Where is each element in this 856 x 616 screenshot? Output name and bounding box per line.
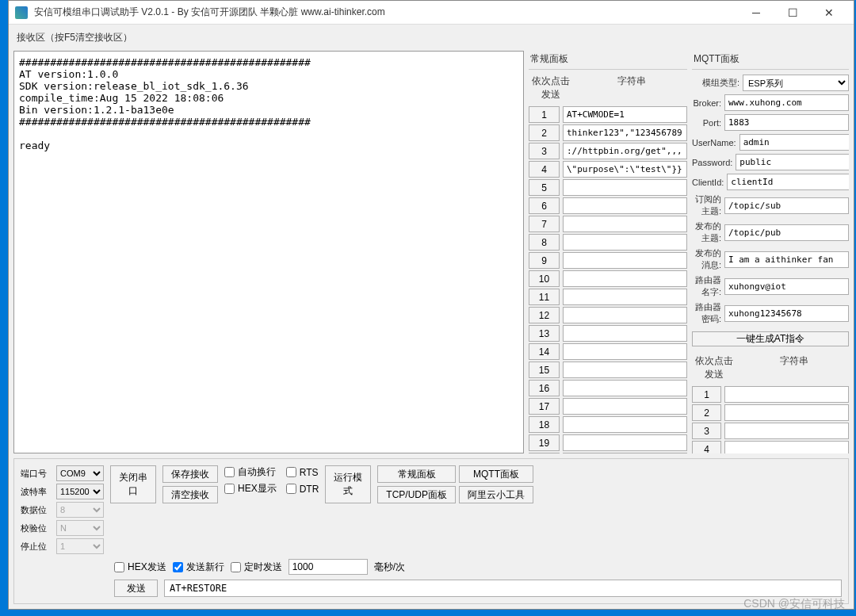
baud-select[interactable]: 115200: [56, 484, 104, 499]
regular-string-input-20[interactable]: [563, 453, 687, 453]
regular-send-button-19[interactable]: 19: [529, 434, 560, 451]
regular-string-input-1[interactable]: [563, 106, 687, 123]
port-select[interactable]: COM9: [56, 465, 104, 481]
regular-send-button-1[interactable]: 1: [529, 106, 560, 123]
tab-tcp[interactable]: TCP/UDP面板: [377, 486, 456, 503]
regular-string-input-11[interactable]: [563, 289, 687, 305]
router-pwd-input[interactable]: [724, 305, 849, 322]
clientid-input[interactable]: [727, 174, 849, 190]
recv-textarea[interactable]: ########################################…: [13, 51, 524, 453]
clear-recv-button[interactable]: 清空接收: [162, 486, 218, 503]
parity-select[interactable]: N: [56, 520, 104, 536]
regular-send-button-2[interactable]: 2: [529, 124, 560, 141]
hex-show-check[interactable]: HEX显示: [224, 482, 277, 495]
regular-string-input-5[interactable]: [563, 179, 687, 196]
auto-wrap-check[interactable]: 自动换行: [224, 465, 277, 479]
regular-string-input-6[interactable]: [563, 197, 687, 214]
save-recv-button[interactable]: 保存接收: [162, 465, 218, 483]
regular-string-input-19[interactable]: [563, 434, 687, 451]
regular-string-input-10[interactable]: [563, 270, 687, 287]
regular-send-button-16[interactable]: 16: [529, 380, 560, 396]
regular-string-input-12[interactable]: [563, 307, 687, 323]
module-type-select[interactable]: ESP系列: [743, 75, 849, 91]
regular-send-button-9[interactable]: 9: [529, 252, 560, 269]
regular-send-button-11[interactable]: 11: [529, 289, 560, 305]
list-item: 13: [529, 325, 687, 342]
regular-string-input-14[interactable]: [563, 343, 687, 360]
port-input[interactable]: [724, 114, 849, 131]
regular-string-input-18[interactable]: [563, 416, 687, 433]
interval-unit: 毫秒/次: [374, 561, 405, 574]
regular-panel: 常规面板 依次点击发送 字符串 123456789101112131415161…: [529, 51, 687, 453]
hex-send-check[interactable]: HEX发送: [114, 561, 166, 574]
regular-send-button-8[interactable]: 8: [529, 234, 560, 251]
regular-send-button-4[interactable]: 4: [529, 161, 560, 178]
run-mode-button[interactable]: 运行模式: [325, 465, 371, 503]
regular-string-input-2[interactable]: [563, 124, 687, 141]
regular-panel-title: 常规面板: [529, 51, 687, 70]
connection-settings: 端口号COM9 波特率115200 数据位8 校验位N 停止位1: [21, 465, 104, 554]
mqtt-string-input-1[interactable]: [724, 386, 849, 403]
regular-string-input-13[interactable]: [563, 325, 687, 342]
port-no-label: 端口号: [21, 468, 54, 480]
mqtt-string-input-3[interactable]: [724, 423, 849, 439]
regular-send-button-13[interactable]: 13: [529, 325, 560, 342]
regular-string-input-9[interactable]: [563, 252, 687, 269]
regular-send-button-15[interactable]: 15: [529, 362, 560, 378]
regular-send-button-5[interactable]: 5: [529, 179, 560, 196]
rts-check[interactable]: RTS: [286, 467, 319, 478]
interval-input[interactable]: [289, 559, 368, 575]
regular-string-input-3[interactable]: [563, 143, 687, 159]
regular-send-button-20[interactable]: 20: [529, 453, 560, 453]
mqtt-string-input-2[interactable]: [724, 404, 849, 421]
password-input[interactable]: [736, 154, 849, 170]
databits-select[interactable]: 8: [56, 502, 104, 518]
regular-string-input-17[interactable]: [563, 398, 687, 415]
panel-tabs: 常规面板 MQTT面板 TCP/UDP面板 阿里云小工具: [377, 465, 533, 503]
regular-send-button-18[interactable]: 18: [529, 416, 560, 433]
broker-input[interactable]: [724, 94, 849, 111]
regular-string-input-7[interactable]: [563, 216, 687, 232]
send-button[interactable]: 发送: [114, 580, 158, 597]
mqtt-string-input-4[interactable]: [724, 441, 849, 453]
close-port-button[interactable]: 关闭串口: [110, 465, 156, 503]
regular-send-button-3[interactable]: 3: [529, 143, 560, 159]
msg-input[interactable]: [724, 251, 849, 268]
mqtt-send-button-2[interactable]: 2: [692, 404, 721, 421]
pub-input[interactable]: [724, 224, 849, 241]
regular-string-input-16[interactable]: [563, 380, 687, 396]
maximize-button[interactable]: ☐: [774, 2, 811, 24]
tab-regular[interactable]: 常规面板: [377, 465, 456, 483]
regular-string-input-8[interactable]: [563, 234, 687, 251]
timed-send-check[interactable]: 定时发送: [231, 561, 282, 574]
baud-label: 波特率: [21, 486, 54, 498]
sub-input[interactable]: [724, 197, 849, 214]
username-input[interactable]: [739, 134, 849, 151]
close-button[interactable]: ✕: [811, 2, 847, 24]
regular-send-button-10[interactable]: 10: [529, 270, 560, 287]
mqtt-send-button-3[interactable]: 3: [692, 423, 721, 439]
mqtt-send-button-1[interactable]: 1: [692, 386, 721, 403]
regular-send-button-6[interactable]: 6: [529, 197, 560, 214]
stopbits-select[interactable]: 1: [56, 538, 104, 554]
list-item: 12: [529, 307, 687, 323]
list-item: 10: [529, 270, 687, 287]
regular-send-button-12[interactable]: 12: [529, 307, 560, 323]
regular-send-button-17[interactable]: 17: [529, 398, 560, 415]
send-input[interactable]: [164, 580, 842, 597]
generate-at-button[interactable]: 一键生成AT指令: [692, 331, 849, 346]
regular-send-button-14[interactable]: 14: [529, 343, 560, 360]
tab-mqtt[interactable]: MQTT面板: [459, 465, 533, 483]
list-item: 17: [529, 398, 687, 415]
mqtt-send-button-4[interactable]: 4: [692, 441, 721, 453]
send-newline-check[interactable]: 发送新行: [173, 561, 224, 574]
router-name-input[interactable]: [724, 278, 849, 295]
regular-send-button-7[interactable]: 7: [529, 216, 560, 232]
mqtt-rows-header: 依次点击发送 字符串: [692, 354, 849, 385]
tab-aliyun[interactable]: 阿里云小工具: [459, 486, 533, 503]
mqtt-col2: 字符串: [739, 354, 849, 381]
regular-string-input-4[interactable]: [563, 161, 687, 178]
minimize-button[interactable]: ─: [738, 2, 774, 24]
regular-string-input-15[interactable]: [563, 362, 687, 378]
dtr-check[interactable]: DTR: [286, 484, 319, 495]
